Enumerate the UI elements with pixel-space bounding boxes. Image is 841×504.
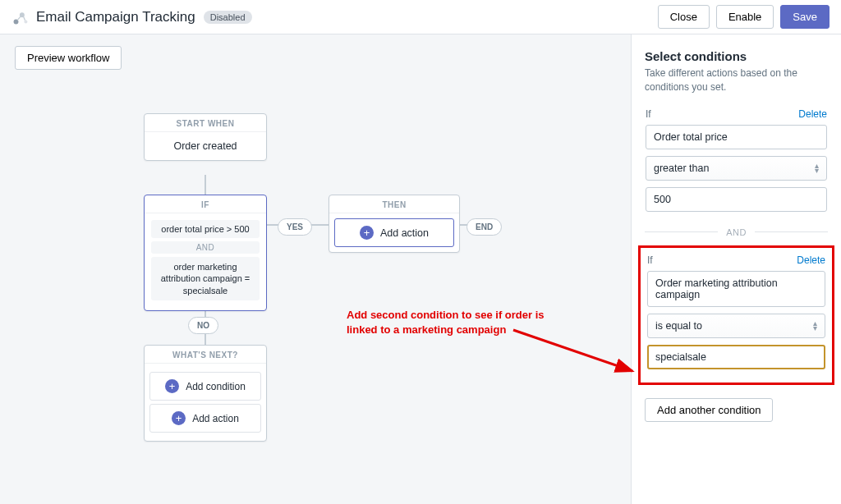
plus-icon: +: [172, 411, 186, 425]
status-badge: Disabled: [204, 11, 252, 24]
svg-line-3: [17, 16, 21, 21]
condition-chip: order marketing attribution campaign = s…: [151, 257, 260, 300]
node-header: WHAT'S NEXT?: [145, 346, 266, 364]
plus-icon: +: [165, 379, 179, 393]
and-separator: AND: [645, 227, 828, 237]
preview-workflow-button[interactable]: Preview workflow: [15, 46, 122, 70]
add-action-row[interactable]: + Add action: [149, 404, 261, 433]
select-caret-icon: ▴▾: [813, 321, 817, 331]
workflow-canvas: Preview workflow START WHEN Order create…: [0, 34, 631, 504]
condition-value-input[interactable]: specialsale: [647, 345, 825, 369]
operator-value: is equal to: [655, 320, 702, 332]
and-chip: AND: [151, 241, 260, 254]
conditions-sidebar: Select conditions Take different actions…: [631, 34, 841, 504]
add-condition-row[interactable]: + Add condition: [149, 372, 261, 401]
delete-condition-link[interactable]: Delete: [797, 254, 825, 266]
add-condition-label: Add condition: [186, 381, 246, 392]
node-whats-next[interactable]: WHAT'S NEXT? + Add condition + Add actio…: [144, 345, 267, 442]
if-label: If: [646, 108, 651, 120]
operator-value: greater than: [654, 163, 709, 174]
svg-line-4: [23, 16, 25, 21]
delete-condition-link[interactable]: Delete: [798, 108, 827, 120]
if-label: If: [647, 254, 653, 266]
connector: [205, 175, 206, 195]
enable-button[interactable]: Enable: [716, 5, 774, 29]
app-logo-icon: [11, 8, 30, 26]
connector: [267, 224, 278, 226]
condition-operator-select[interactable]: greater than ▴▾: [646, 156, 827, 181]
branch-no: NO: [188, 317, 218, 334]
condition-field-select[interactable]: Order total price: [646, 125, 827, 149]
add-action-row[interactable]: + Add action: [334, 218, 454, 247]
plus-icon: +: [360, 226, 374, 240]
condition-chip: order total price > 500: [151, 220, 260, 238]
branch-end: END: [466, 218, 502, 236]
condition-operator-select[interactable]: is equal to ▴▾: [647, 314, 825, 338]
node-content: Order created: [145, 132, 266, 160]
add-another-condition-button[interactable]: Add another condition: [645, 398, 773, 422]
condition-block-highlight: If Delete Order marketing attribution ca…: [638, 245, 834, 385]
add-action-label: Add action: [380, 227, 429, 239]
node-header: THEN: [329, 195, 459, 213]
condition-field-select[interactable]: Order marketing attribution campaign: [647, 271, 825, 307]
annotation-text: Add second condition to see if order is …: [347, 308, 560, 337]
condition-value-input[interactable]: 500: [646, 187, 827, 212]
condition-block: If Delete Order total price greater than…: [645, 108, 828, 219]
sidebar-title: Select conditions: [645, 49, 828, 63]
sidebar-subtitle: Take different actions based on the cond…: [645, 66, 828, 94]
svg-point-2: [24, 20, 27, 23]
select-caret-icon: ▴▾: [815, 163, 819, 173]
save-button[interactable]: Save: [780, 5, 830, 29]
add-action-label: Add action: [192, 413, 239, 424]
branch-yes: YES: [278, 218, 312, 236]
node-header: START WHEN: [145, 114, 266, 132]
page-title: Email Campaign Tracking: [36, 9, 195, 25]
node-start[interactable]: START WHEN Order created: [144, 113, 267, 161]
node-header: IF: [145, 195, 266, 213]
node-if[interactable]: IF order total price > 500 AND order mar…: [144, 195, 267, 311]
close-button[interactable]: Close: [658, 5, 710, 29]
node-then[interactable]: THEN + Add action: [329, 195, 460, 253]
